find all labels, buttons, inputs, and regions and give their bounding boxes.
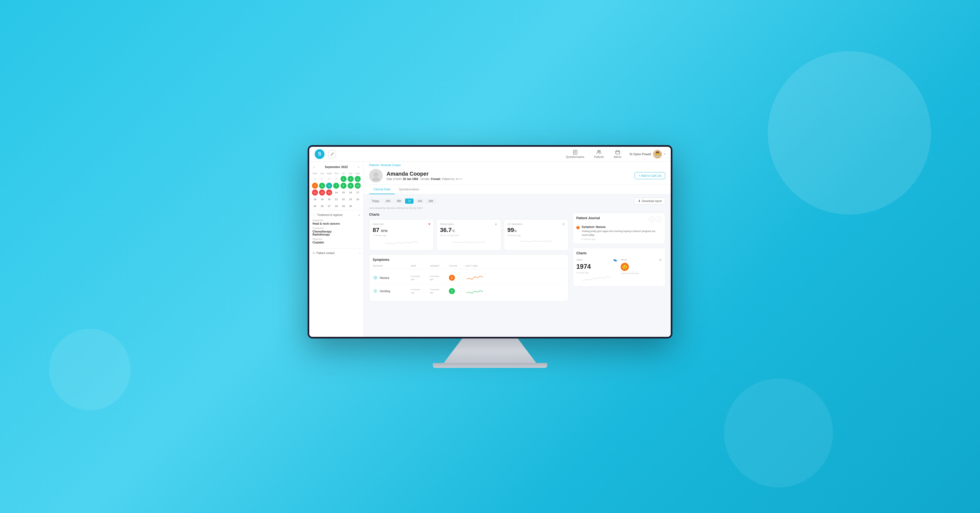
journal-time: 8 minutes ago (582, 238, 662, 241)
cal-day[interactable]: 15 (340, 190, 347, 196)
cal-day[interactable]: 26 (319, 203, 325, 209)
journal-prev-btn[interactable]: ‹ (649, 217, 655, 223)
calendar-dow: Mon Tue Wed Thu Fri Sat Sun (312, 172, 361, 175)
app-logo[interactable]: S (315, 149, 325, 159)
journal-text: Feeling pretty grim again this morning h… (582, 229, 662, 237)
cal-day[interactable]: 29 (340, 203, 347, 209)
mood-header: Mood ⊙ (620, 258, 662, 262)
mood-card: Mood ⊙ 😟 a few seconds ago (620, 258, 662, 283)
o2-time: 8 minutes ago (508, 234, 565, 237)
patient-meta: Date of birth: 20 Jan 1966 Gender: Femal… (387, 178, 462, 180)
journal-next-btn[interactable]: › (656, 217, 662, 223)
symptom-row-nausea[interactable]: Nausea 8 minutesago 8 minutesago (373, 271, 565, 285)
cal-day[interactable]: 28 (326, 176, 332, 182)
patient-contact-row[interactable]: ✉ Patient contact › (309, 249, 363, 258)
symptom-name-vomiting: Vomiting (373, 288, 411, 294)
download-report-button[interactable]: ⬇ Download report (635, 198, 665, 204)
breadcrumb-parent[interactable]: Patients (369, 164, 379, 167)
treatment-section-header[interactable]: ♡ Treatment & regimen ∧ (312, 213, 360, 217)
cal-day[interactable]: 25 (312, 203, 318, 209)
cal-day[interactable]: 21 (333, 196, 339, 202)
svg-point-11 (375, 277, 376, 277)
cal-day[interactable]: 23 (348, 196, 354, 202)
cal-day[interactable]: 27 (319, 176, 325, 182)
cal-day[interactable]: 27 (326, 203, 332, 209)
cal-day[interactable]: 2 (348, 176, 354, 182)
symptoms-section: Symptoms Symptom Start Updated Current L… (369, 254, 568, 301)
cal-day[interactable]: 20 (326, 196, 332, 202)
cal-day[interactable]: 14 (333, 190, 339, 196)
cal-day[interactable]: 28 (333, 203, 339, 209)
calendar-next-btn[interactable]: › (357, 164, 360, 169)
add-to-call-list-button[interactable]: + Add to Call List (635, 172, 665, 179)
cal-day[interactable]: 19 (319, 196, 325, 202)
calendar-prev-btn[interactable]: ‹ (312, 164, 316, 169)
cal-day[interactable]: 26 (312, 176, 318, 182)
symptom-name-nausea: Nausea (373, 275, 411, 280)
monitor-base (433, 363, 547, 368)
cal-day[interactable]: 1 (340, 176, 347, 182)
patient-tabs: Clinical Data Questionnaires (364, 185, 671, 194)
time-btn-24h[interactable]: 24h (383, 199, 393, 204)
edit-icon[interactable] (328, 150, 336, 158)
col-symptom: Symptom (373, 264, 411, 267)
cal-day[interactable]: 17 (355, 190, 361, 196)
tab-questionnaires[interactable]: Questionnaires (395, 185, 423, 194)
cal-day[interactable]: 6 (326, 183, 332, 189)
cal-day[interactable]: 7 (333, 183, 339, 189)
patient-header: Patients / Amanda Cooper (364, 161, 671, 185)
treatment-collapse-icon[interactable]: ∧ (358, 213, 360, 217)
cal-day[interactable]: 13 (326, 190, 332, 196)
cal-day[interactable]: 18 (312, 196, 318, 202)
svg-point-8 (372, 177, 380, 181)
tab-clinical-data[interactable]: Clinical Data (369, 185, 395, 194)
temperature-card: Temperature 🌡 36.7°C 16:16, 13 Sep 2022 (436, 219, 501, 250)
nav-patients[interactable]: Patients (594, 150, 604, 158)
breadcrumb-current: Amanda Cooper (381, 164, 401, 167)
time-btn-14d[interactable]: 14d (415, 199, 425, 204)
breadcrumb: Patients / Amanda Cooper (369, 164, 665, 167)
vomiting-updated-time: 5 minutesago (430, 288, 449, 294)
cal-day[interactable]: 9 (348, 183, 354, 189)
regimen-group: Regimen Cisplatin (312, 238, 360, 244)
heart-rate-sparkline (373, 238, 430, 247)
time-btn-today[interactable]: Today (369, 199, 382, 204)
cal-day[interactable]: 22 (340, 196, 347, 202)
cal-day[interactable]: 24 (355, 196, 361, 202)
time-btn-7d[interactable]: 7d (405, 199, 414, 204)
nav-questionnaires[interactable]: Questionnaires (566, 150, 584, 158)
cal-day[interactable]: 8 (340, 183, 347, 189)
temperature-header: Temperature 🌡 (440, 222, 497, 226)
cal-day[interactable]: 3 (355, 176, 361, 182)
cal-day[interactable]: 30 (348, 203, 354, 209)
more-options-icon[interactable]: ••• (459, 178, 462, 180)
gender-label: Gender: (421, 178, 430, 180)
cal-day[interactable]: 11 (312, 190, 318, 196)
cal-day[interactable]: 4 (312, 183, 318, 189)
cal-day[interactable]: 5 (319, 183, 325, 189)
cal-day[interactable]: 29 (333, 176, 339, 182)
nav-admin[interactable]: Admin (614, 150, 621, 158)
journal-dot (576, 226, 579, 229)
col-updated: Updated (430, 264, 449, 267)
cal-day-selected[interactable]: 12 (319, 190, 325, 196)
time-btn-48h[interactable]: 48h (394, 199, 404, 204)
download-icon: ⬇ (638, 199, 641, 203)
treatment-group: Treatment ChemotherapyRadiotherapy (312, 227, 360, 236)
heart-rate-label: Heart rate (373, 223, 383, 225)
calendar-week-2: 4 5 6 7 8 9 10 (312, 183, 361, 189)
svg-point-10 (375, 277, 375, 277)
cal-day[interactable]: 10 (355, 183, 361, 189)
symptoms-section-title: Symptoms (373, 258, 565, 262)
sidebar: ‹ September 2022 › Mon Tue Wed Thu Fri S… (309, 161, 364, 337)
cal-day[interactable]: 16 (348, 190, 354, 196)
heart-rate-header: Heart rate ♥ (373, 222, 430, 226)
journal-content: Symptom: Nausea Feeling pretty grim agai… (582, 225, 662, 241)
symptom-row-vomiting[interactable]: Vomiting 5 minutesago 5 minutesago (373, 285, 565, 298)
right-column: Patient Journal ‹ › (573, 213, 665, 301)
patient-contact-chevron: › (360, 252, 360, 255)
o2-sparkline (508, 238, 565, 247)
nav-chevron-icon[interactable]: ▾ (664, 153, 665, 156)
time-btn-28d[interactable]: 28d (426, 199, 436, 204)
patient-journal: Patient Journal ‹ › (573, 213, 665, 244)
